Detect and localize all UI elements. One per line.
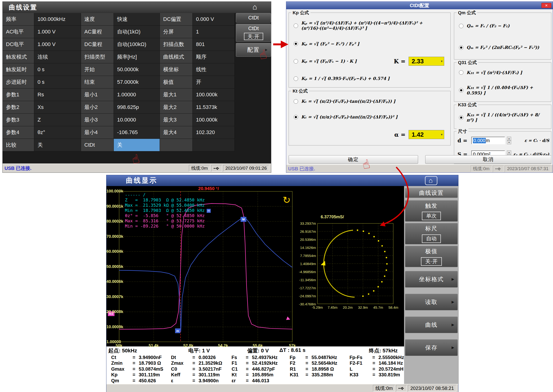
setting-value[interactable] — [193, 139, 235, 151]
q31-option-2[interactable]: K₃₁ = √[ 1 / (0.404·(Fₛ/ΔF) + 0.595) ] — [456, 85, 550, 96]
setting-value[interactable]: 0 s — [34, 63, 81, 76]
cancel-button[interactable]: 取消 — [425, 155, 551, 164]
setting-value[interactable]: 连续 — [34, 51, 81, 63]
spin-down-icon[interactable]: ▼ — [507, 140, 511, 144]
setting-value[interactable]: 线性 — [193, 63, 235, 76]
readout-name: Fs — [232, 355, 246, 360]
kt-option-2[interactable]: Kₜ = √[ (π/α)·(Fₛ/Fₚ)·tan((π/2)·(ΔF/Fₚ))… — [290, 114, 449, 120]
setting-label: 触发模式 — [3, 51, 34, 63]
alpha-label: α = — [394, 131, 405, 138]
setting-label: 参数4 — [3, 126, 34, 139]
kp-option-3[interactable]: Kₚ = √[ (Fₚ/Fₛ − 1) · K ]K =2.33▼ — [290, 57, 449, 66]
setting-value[interactable]: 102.320 — [193, 126, 235, 139]
setting-value[interactable]: 998.625p — [114, 101, 160, 114]
q31-radio-2[interactable] — [459, 88, 463, 92]
readout-name: Fp — [290, 355, 305, 360]
setting-value[interactable]: 开 — [193, 76, 235, 89]
setting-value[interactable]: 11.5373k — [193, 101, 235, 114]
setting-value[interactable]: 57.0000k — [114, 76, 160, 89]
softkey-config-button[interactable]: 配置 ► — [236, 43, 271, 57]
setting-value[interactable]: 1.00000 — [114, 89, 160, 101]
kt-formula-group: Kt 公式 Kₜ = √[ (π/2)·(Fₛ/Fₚ)·tan((π/2)·(Δ… — [289, 91, 451, 146]
kt-option-1[interactable]: Kₜ = √[ (π/2)·(Fₛ/Fₚ)·tan((π/2)·(ΔF/Fₚ))… — [290, 99, 449, 104]
kp-radio-2[interactable] — [294, 42, 298, 46]
home-button[interactable]: ⌂ — [425, 176, 437, 185]
q31-option-1[interactable]: K₃₁ = √[ (π²/4)·(ΔF/Fₛ) ] — [456, 70, 550, 76]
legend-line: θz° = -5.856 ° @ 52.4850 kHz — [125, 213, 211, 218]
setting-value[interactable]: 快速 — [114, 13, 160, 26]
setting-value[interactable]: 自动(100kΩ) — [114, 38, 160, 51]
kp-option-2[interactable]: Kₚ = √[ (Fₚ² − Fₛ²) / Fₚ² ] — [290, 41, 449, 47]
kp-radio-4[interactable] — [294, 77, 298, 81]
sidebar-header[interactable]: 曲线设置 — [405, 188, 458, 198]
softkey-ruler[interactable]: 标尺自动 — [405, 223, 458, 245]
rotate-icon[interactable]: ↻ — [283, 195, 291, 205]
setting-value[interactable]: Xs — [34, 101, 81, 114]
setting-value[interactable]: 801 — [193, 38, 235, 51]
kt-radio-1[interactable] — [294, 99, 298, 104]
qm-radio-1[interactable] — [459, 24, 463, 28]
kt-radio-2[interactable] — [294, 115, 298, 119]
setting-label: AC量程 — [81, 26, 114, 38]
setting-value[interactable]: Z — [34, 114, 81, 126]
close-button[interactable]: ✕ — [541, 3, 551, 8]
kp-radio-1[interactable] — [294, 23, 298, 28]
start-frequency: 起点: 50kHz — [108, 347, 137, 354]
group-label: Qm 公式 — [457, 10, 477, 16]
softkey-extremum[interactable]: 极值关·开 — [405, 246, 458, 267]
spin-up-icon[interactable]: ▲ — [507, 137, 511, 140]
setting-value[interactable]: θz° — [34, 126, 81, 139]
readout-name: ε — [171, 378, 192, 384]
ok-button[interactable]: 确定 — [289, 155, 418, 164]
setting-value[interactable]: 频率[Hz] — [114, 51, 160, 63]
setting-value[interactable]: 1.000 V — [34, 26, 81, 38]
inset-y-label: -11.3456m — [297, 278, 316, 282]
readout-cell: Fp=55.0487kHz — [290, 355, 349, 360]
qm-option-1[interactable]: Qₘ = Fₛ / (F₂ − F₁) — [456, 23, 550, 29]
kp-option-4[interactable]: Kₚ = 1 / √[ 0.395·Fₛ/(Fₚ−Fₛ) + 0.574 ] — [290, 76, 449, 81]
softkey-coord-format[interactable]: 坐标格式► — [405, 271, 458, 287]
softkey-read[interactable]: 读取► — [405, 294, 458, 310]
admittance-circle-chart[interactable] — [317, 223, 393, 304]
kp-option-1[interactable]: Kₚ = √[ (π²/4)·(ΔF/Fₛ) + (π²/4)·((4−π²)/… — [290, 21, 449, 31]
softkey-curve[interactable]: 曲线► — [405, 316, 458, 333]
setting-value[interactable]: -106.765 — [114, 126, 160, 139]
setting-value[interactable]: 10.0000 — [114, 114, 160, 126]
readout-cell: Zmax=21.3529kΩ — [171, 360, 232, 366]
softkey-save[interactable]: 保存► — [405, 339, 458, 356]
setting-value[interactable]: 50.0000k — [114, 63, 160, 76]
kp-radio-3[interactable] — [294, 59, 298, 63]
setting-value[interactable]: 1 — [193, 26, 235, 38]
setting-value[interactable]: Rs — [34, 89, 81, 101]
spin-up-icon[interactable]: ▲ — [507, 150, 511, 154]
setting-value[interactable]: 关 — [34, 139, 81, 151]
setting-value[interactable]: 顺序 — [193, 51, 235, 63]
home-icon[interactable]: ⌂ — [252, 3, 258, 11]
d-input[interactable]: 0.000m — [471, 137, 505, 144]
q31-radio-1[interactable] — [459, 70, 463, 75]
readout-name: C0 — [171, 366, 192, 372]
k33-radio-1[interactable] — [459, 115, 463, 120]
setting-value[interactable]: 100.000kHz — [34, 13, 81, 26]
setting-value[interactable]: 0.000 V — [193, 13, 235, 26]
setting-value[interactable]: 1.000 V — [34, 38, 81, 51]
d-stepper[interactable]: ▲▼ — [507, 137, 511, 144]
qm-option-2[interactable]: Qₘ = Fₚ² / (2πFₛRCₜ(Fₚ² − Fₛ²)) — [456, 45, 550, 50]
setting-value[interactable]: 100.000k — [193, 89, 235, 101]
kt-formula-1: Kₜ = √[ (π/2)·(Fₛ/Fₚ)·tan((π/2)·(ΔF/Fₚ))… — [301, 99, 395, 104]
setting-label: DC量程 — [81, 38, 114, 51]
inset-y-label: 26.9167m — [297, 230, 316, 233]
setting-value[interactable]: 自动(1kΩ) — [114, 26, 160, 38]
qm-radio-2[interactable] — [459, 45, 463, 50]
epsilon-formula: ε = Cₜ · d/S — [524, 138, 549, 143]
k33-option-1[interactable]: K₃₃ = √[ 1 / ((4/π²)·(Fₛ/ΔF) + 8/π²) ] — [456, 112, 550, 123]
curve-display-title: 曲线显示 — [126, 176, 157, 185]
k-combo[interactable]: 2.33▼ — [409, 57, 444, 66]
alpha-combo[interactable]: 1.42▼ — [409, 130, 444, 139]
softkey-ctdt-toggle[interactable]: CtDt 关·开 — [236, 24, 271, 42]
setting-value[interactable]: 关 — [114, 139, 160, 151]
setting-value[interactable]: 0 s — [34, 76, 81, 89]
softkey-trigger[interactable]: 触发单次 — [405, 200, 458, 222]
x-axis-label: 54.2k — [218, 343, 228, 348]
setting-value[interactable]: 100.000k — [193, 114, 235, 126]
